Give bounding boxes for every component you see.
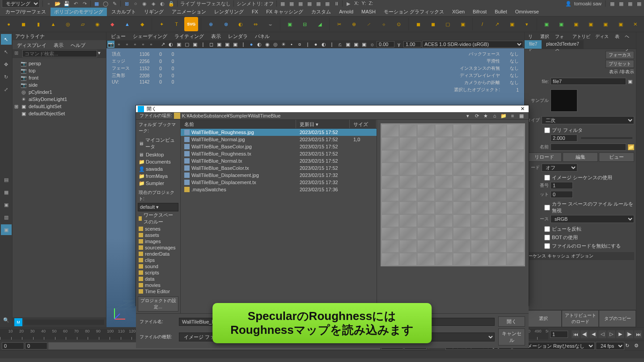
vpt25-icon[interactable]: ▣	[344, 41, 352, 48]
poly-prism-icon[interactable]: ◆	[135, 17, 149, 31]
mirror-icon[interactable]: ⇔	[249, 17, 263, 31]
vpt5-icon[interactable]: ▫	[148, 41, 155, 48]
select-tool-icon[interactable]: ↖	[1, 34, 12, 45]
x2-icon[interactable]: ↗	[490, 17, 504, 31]
poly-disc-icon[interactable]: ◉	[91, 17, 105, 31]
slide-icon[interactable]: ⟐	[377, 17, 391, 31]
play-back-icon[interactable]: ◁	[598, 330, 606, 338]
combine-icon[interactable]: ⊕	[204, 17, 218, 31]
outliner-node[interactable]: ◎pCylinder1	[13, 88, 105, 96]
col-name[interactable]: 名前	[181, 120, 296, 128]
lasso-tool-icon[interactable]: ↖	[1, 46, 12, 57]
shelf-tab[interactable]: カーフ/サーフェス	[2, 8, 50, 16]
h2-icon[interactable]: ▦	[288, 0, 295, 7]
y5-icon[interactable]: ▣	[599, 17, 613, 31]
vp-menu[interactable]: ビュー	[108, 33, 128, 40]
type-icon[interactable]: T	[169, 17, 183, 31]
vpt2-icon[interactable]: ▫	[123, 41, 131, 48]
attr-menu[interactable]: ヘルプ	[623, 33, 634, 39]
smooth-icon[interactable]: ⌣	[263, 17, 277, 31]
connect-icon[interactable]: ⟋	[362, 17, 376, 31]
bot-check[interactable]	[544, 235, 550, 240]
file-row[interactable]: WallTileBlue_Normal.tx2023/02/15 17:52	[181, 157, 377, 164]
open-icon[interactable]: 📂	[55, 0, 61, 7]
attr-menu[interactable]: 表示	[613, 33, 622, 39]
range-start-outer[interactable]	[2, 342, 24, 349]
search-tool-icon[interactable]: 🔍	[1, 315, 12, 325]
render-icon[interactable]: ▶	[345, 0, 352, 7]
vpt26-icon[interactable]: ▣	[352, 41, 360, 48]
outliner-node[interactable]: 📷front	[13, 74, 105, 81]
file-row[interactable]: WallTileBlue_Displacement.tx2023/02/15 1…	[181, 179, 377, 186]
reload-button[interactable]: リロード	[526, 152, 562, 162]
current-frame[interactable]	[550, 331, 568, 338]
focus-button[interactable]: フォーカス	[606, 51, 634, 59]
vpt1-icon[interactable]: ▫	[115, 41, 123, 48]
cancel-button[interactable]: キャンセル	[498, 328, 525, 345]
vp-camera-icon[interactable]: 📷	[107, 41, 114, 48]
outliner-search[interactable]	[22, 50, 97, 57]
fps-select[interactable]: 24 fps	[596, 342, 624, 350]
project-folder[interactable]: images	[136, 238, 180, 244]
right-sidebar-strip[interactable]	[636, 32, 644, 327]
close-icon[interactable]: ✕	[518, 106, 527, 112]
bevel-icon[interactable]: ◢	[313, 17, 326, 31]
x1-icon[interactable]: /	[475, 17, 489, 31]
undo-icon[interactable]: ↶	[72, 0, 79, 7]
attr-menu[interactable]: アトリビュート	[571, 33, 592, 39]
col-date[interactable]: 更新日 ▾	[296, 120, 350, 128]
goto-end-icon[interactable]: ⏭	[634, 330, 642, 338]
vpt9-icon[interactable]: ▢	[183, 41, 191, 48]
merge-icon[interactable]: ▣	[456, 17, 470, 31]
imgseq-check[interactable]	[544, 175, 550, 181]
view-list-icon[interactable]: ≡	[509, 112, 516, 119]
current-project[interactable]: default ▾	[138, 203, 178, 211]
shelf-tab[interactable]: FX キャッシング	[263, 8, 307, 16]
shelf-tab[interactable]: リギング	[140, 8, 167, 16]
y4-icon[interactable]: ▣	[584, 17, 598, 31]
vp-gamma-icon[interactable]: γ	[395, 41, 402, 48]
colorrule-check[interactable]	[544, 205, 550, 210]
shelf-tab[interactable]: モーション グラフィックス	[380, 8, 448, 16]
h6-icon[interactable]: ▦	[324, 0, 330, 7]
frame-num[interactable]	[551, 182, 573, 189]
attr-tab-file[interactable]: file7	[525, 40, 542, 49]
project-folder[interactable]: sourceimages	[136, 244, 180, 251]
vpt22-icon[interactable]: ●	[312, 41, 319, 48]
outliner-menu[interactable]: 表示	[51, 41, 66, 48]
cache-section[interactable]: ーケンス キャッシュ オプション	[526, 252, 634, 260]
vpt17-icon[interactable]: ◉	[264, 41, 271, 48]
project-folder[interactable]: sound	[136, 263, 180, 269]
layout-e-icon[interactable]: ▣	[1, 224, 12, 235]
shelf-tab[interactable]: Omniverse	[512, 8, 542, 15]
view-button[interactable]: ビュー	[599, 152, 634, 162]
live-surface-label[interactable]: ライブ サーフェスなし	[180, 0, 231, 7]
vp-menu[interactable]: ライティング	[172, 33, 207, 40]
poly-pyramid-icon[interactable]: ▲	[120, 17, 134, 31]
vpt19-icon[interactable]: ☀	[280, 41, 287, 48]
prefs-icon[interactable]: ⚙	[634, 343, 642, 349]
snap-curve-icon[interactable]: ○	[132, 0, 139, 7]
vpt13-icon[interactable]: ▣	[224, 41, 231, 48]
newfolder-icon[interactable]: 📁	[500, 112, 507, 119]
vpt20-icon[interactable]: •	[288, 41, 295, 48]
extrude-icon[interactable]: ▣	[283, 17, 297, 31]
new-icon[interactable]: ▫	[46, 0, 52, 7]
file-name-field[interactable]	[551, 78, 626, 85]
vp-exposure-icon[interactable]: ☼	[369, 41, 376, 48]
poly-cone-icon[interactable]: ▲	[46, 17, 60, 31]
vpt27-icon[interactable]: ▣	[360, 41, 368, 48]
bookmark-item[interactable]: 🖥マイコンピュータ	[136, 136, 180, 151]
shelf-tab[interactable]: アニメーション	[168, 8, 210, 16]
vpt14-icon[interactable]: ▣	[232, 41, 239, 48]
prefilter-value[interactable]	[551, 135, 577, 142]
poly-cylinder-icon[interactable]: ▮	[31, 17, 45, 31]
shelf-tab[interactable]: FX	[248, 8, 262, 15]
pause-icon[interactable]: ⏸	[333, 0, 339, 7]
y7-icon[interactable]: ✕	[628, 17, 642, 31]
browse-icon[interactable]: 📁	[628, 144, 634, 150]
vp-menu[interactable]: パネル	[252, 33, 272, 40]
vpt21-icon[interactable]: ¤	[296, 41, 303, 48]
shelf-tab[interactable]: カスタム	[308, 8, 335, 16]
project-folder[interactable]: ワークスペースのルー	[136, 211, 180, 226]
